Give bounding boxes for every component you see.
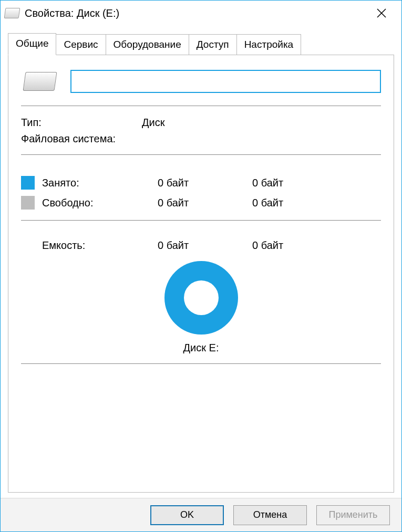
- free-row: Свободно: 0 байт 0 байт: [21, 193, 381, 213]
- tab-panel-general: Тип: Диск Файловая система: Занято: 0 ба…: [8, 55, 394, 493]
- capacity-bytes: 0 байт: [158, 239, 252, 252]
- filesystem-value: [142, 133, 381, 145]
- apply-button: Применить: [316, 505, 390, 525]
- divider: [21, 363, 381, 364]
- tab-customize[interactable]: Настройка: [236, 34, 302, 55]
- divider: [21, 220, 381, 221]
- drive-caption: Диск E:: [183, 342, 219, 354]
- used-label: Занято:: [42, 177, 158, 189]
- ok-button[interactable]: OK: [150, 505, 224, 525]
- tab-general[interactable]: Общие: [8, 33, 56, 55]
- filesystem-label: Файловая система:: [21, 133, 142, 145]
- titlebar: Свойства: Диск (E:): [1, 1, 401, 26]
- properties-window: Свойства: Диск (E:) Общие Сервис Оборудо…: [0, 0, 402, 532]
- close-button[interactable]: [366, 3, 397, 24]
- capacity-row: Емкость: 0 байт 0 байт: [21, 236, 381, 255]
- dialog-footer: OK Отмена Применить: [1, 498, 401, 531]
- used-bytes: 0 байт: [158, 177, 252, 189]
- divider: [21, 106, 381, 106]
- donut-chart-icon: [164, 261, 238, 335]
- usage-chart: Диск E:: [21, 261, 381, 354]
- used-row: Занято: 0 байт 0 байт: [21, 173, 381, 193]
- drive-name-input[interactable]: [70, 70, 381, 93]
- tab-service[interactable]: Сервис: [56, 34, 106, 55]
- cancel-button[interactable]: Отмена: [233, 505, 307, 525]
- filesystem-row: Файловая система:: [21, 131, 381, 147]
- tab-strip: Общие Сервис Оборудование Доступ Настрой…: [8, 31, 394, 55]
- type-label: Тип:: [21, 117, 142, 129]
- drive-name-row: [21, 70, 381, 106]
- tab-hardware[interactable]: Оборудование: [106, 34, 189, 55]
- tab-sharing[interactable]: Доступ: [189, 34, 237, 55]
- capacity-label: Емкость:: [42, 239, 158, 252]
- free-label: Свободно:: [42, 197, 158, 209]
- window-title: Свойства: Диск (E:): [25, 7, 366, 19]
- drive-icon-large: [23, 72, 57, 91]
- usage-block: Занято: 0 байт 0 байт Свободно: 0 байт 0…: [21, 173, 381, 213]
- type-row: Тип: Диск: [21, 114, 381, 131]
- close-icon: [377, 8, 386, 18]
- used-human: 0 байт: [252, 177, 315, 189]
- used-swatch-icon: [21, 176, 35, 190]
- body-area: Общие Сервис Оборудование Доступ Настрой…: [1, 26, 401, 498]
- free-bytes: 0 байт: [158, 197, 252, 209]
- free-human: 0 байт: [252, 197, 315, 209]
- type-value: Диск: [142, 117, 381, 129]
- free-swatch-icon: [21, 196, 35, 210]
- capacity-human: 0 байт: [252, 239, 315, 252]
- divider: [21, 154, 381, 155]
- drive-icon: [4, 8, 20, 18]
